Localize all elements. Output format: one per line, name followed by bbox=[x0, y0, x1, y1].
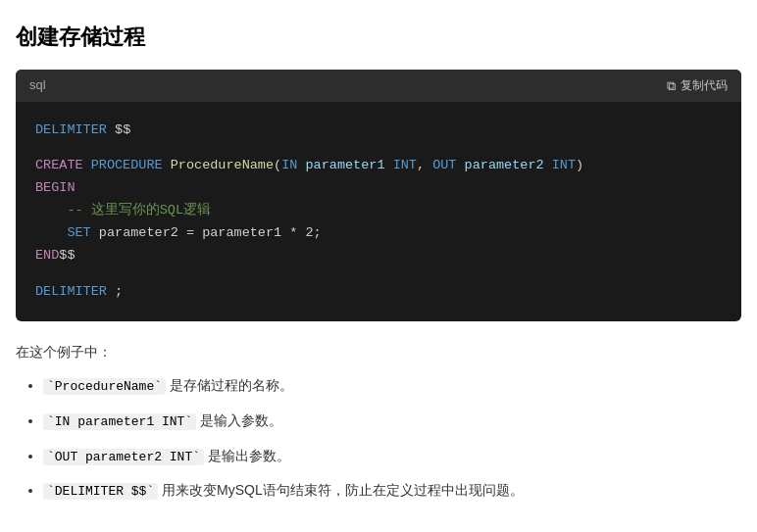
bullet-code-4: `DELIMITER $$` bbox=[43, 482, 158, 498]
code-line-comment: -- 这里写你的SQL逻辑 bbox=[35, 200, 722, 222]
list-item: `OUT parameter2 INT` 是输出参数。 bbox=[43, 445, 741, 468]
code-line-set: SET parameter2 = parameter1 * 2; bbox=[35, 222, 722, 245]
code-empty-1 bbox=[35, 142, 722, 156]
page-title: 创建存储过程 bbox=[16, 20, 741, 54]
code-header: sql ⧉ 复制代码 bbox=[16, 70, 741, 102]
copy-label: 复制代码 bbox=[681, 77, 728, 94]
bullet-code-2: `IN parameter1 INT` bbox=[43, 412, 196, 428]
list-item: `ProcedureName` 是存储过程的名称。 bbox=[43, 374, 741, 398]
bullet-text-1: 是存储过程的名称。 bbox=[166, 377, 293, 393]
code-line-create: CREATE PROCEDURE ProcedureName(IN parame… bbox=[35, 155, 722, 177]
code-line-begin: BEGIN bbox=[35, 177, 722, 200]
list-item: `IN parameter1 INT` 是输入参数。 bbox=[43, 410, 741, 433]
list-item: `DELIMITER $$` 用来改变MySQL语句结束符，防止在定义过程中出现… bbox=[43, 479, 741, 503]
code-line-end: END$$ bbox=[35, 245, 722, 267]
description-text: 在这个例子中： bbox=[16, 341, 741, 363]
bullet-code-1: `ProcedureName` bbox=[43, 377, 166, 393]
code-line-delimiter2: DELIMITER ; bbox=[35, 281, 722, 304]
bullet-list: `ProcedureName` 是存储过程的名称。 `IN parameter1… bbox=[16, 374, 741, 503]
bullet-text-3: 是输出参数。 bbox=[204, 448, 290, 463]
code-lang: sql bbox=[29, 75, 46, 96]
bullet-code-3: `OUT parameter2 INT` bbox=[43, 448, 204, 463]
copy-button[interactable]: ⧉ 复制代码 bbox=[667, 77, 728, 94]
code-container: sql ⧉ 复制代码 DELIMITER $$ CREATE PROCEDURE… bbox=[16, 70, 741, 320]
copy-icon: ⧉ bbox=[667, 78, 676, 94]
bullet-text-4: 用来改变MySQL语句结束符，防止在定义过程中出现问题。 bbox=[158, 482, 524, 498]
code-line-delimiter1: DELIMITER $$ bbox=[35, 120, 722, 142]
bullet-text-2: 是输入参数。 bbox=[196, 412, 282, 428]
code-block: DELIMITER $$ CREATE PROCEDURE ProcedureN… bbox=[16, 102, 741, 321]
code-empty-2 bbox=[35, 267, 722, 281]
